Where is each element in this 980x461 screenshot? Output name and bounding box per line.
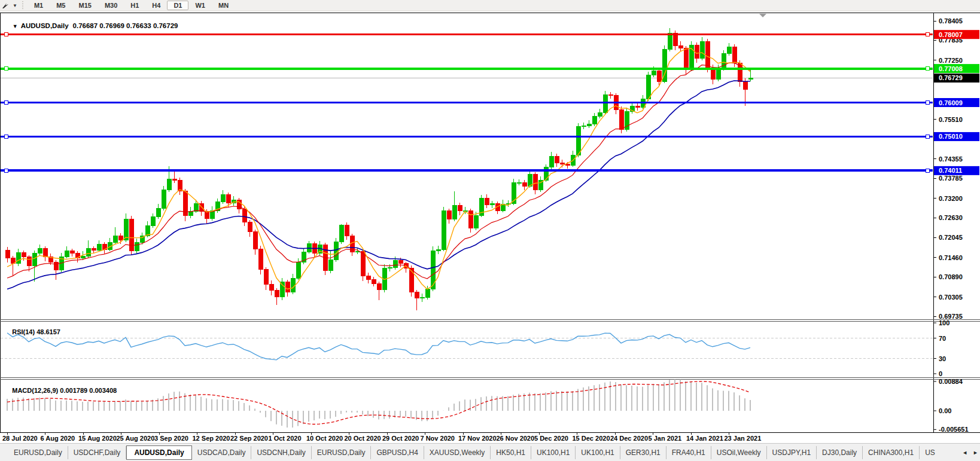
svg-text:0.71460: 0.71460 [939, 254, 963, 261]
svg-text:0: 0 [939, 370, 942, 377]
trading-platform-window: ▼ M1M5M15M30H1H4D1W1MN 0.784050.778350.7… [0, 0, 980, 461]
svg-text:0.73785: 0.73785 [939, 175, 963, 182]
svg-text:5 Dec 2020: 5 Dec 2020 [534, 435, 568, 442]
symbol-tab-audusd-daily[interactable]: AUDUSD,Daily [126, 445, 191, 460]
chart-title-caret-icon: ▼ [13, 23, 18, 29]
macd-label: MACD(12,26,9) 0.001789 0.003408 [5, 380, 117, 401]
svg-text:23 Jan 2021: 23 Jan 2021 [725, 435, 762, 442]
svg-text:25 Aug 2020: 25 Aug 2020 [117, 435, 155, 442]
svg-text:5 Jan 2021: 5 Jan 2021 [649, 435, 682, 442]
symbol-tab-usdchf-daily[interactable]: USDCHF,Daily [68, 446, 127, 459]
svg-text:0.74011: 0.74011 [939, 167, 962, 174]
svg-text:15 Aug 2020: 15 Aug 2020 [78, 435, 117, 442]
symbol-tabs: EURUSD,DailyUSDCHF,DailyAUDUSD,DailyUSDC… [0, 445, 941, 460]
svg-text:28 Jul 2020: 28 Jul 2020 [2, 435, 38, 442]
chart-symbol-period: AUDUSD,Daily [21, 22, 69, 29]
svg-text:24 Dec 2020: 24 Dec 2020 [610, 435, 648, 442]
svg-text:17 Nov 2020: 17 Nov 2020 [458, 435, 497, 442]
symbol-tab-china300-h1[interactable]: CHINA300,H1 [863, 446, 920, 459]
svg-text:0.75510: 0.75510 [939, 116, 963, 123]
symbol-tab-fra40-h1[interactable]: FRA40,H1 [666, 446, 711, 459]
svg-text:6 Aug 2020: 6 Aug 2020 [41, 435, 75, 442]
rsi-name: RSI(14) [12, 328, 35, 335]
hline-handle [4, 101, 8, 105]
symbol-tab-eurusd-daily[interactable]: EURUSD,Daily [8, 446, 68, 459]
svg-text:0.00884: 0.00884 [939, 378, 963, 385]
svg-text:3 Sep 2020: 3 Sep 2020 [154, 435, 188, 442]
svg-text:-0.005651: -0.005651 [939, 426, 969, 433]
ma-fast-line [7, 48, 750, 289]
horizontal-level-lines [1, 33, 933, 173]
macd-main-value: 0.001789 [60, 387, 87, 394]
svg-text:0.76729: 0.76729 [939, 74, 963, 81]
hline-handle [4, 135, 8, 138]
svg-text:0.00: 0.00 [939, 407, 951, 414]
symbol-tab-dj30-daily[interactable]: DJ30,Daily [817, 446, 863, 459]
rsi-label: RSI(14) 48.6157 [5, 321, 60, 343]
svg-text:30: 30 [939, 355, 946, 362]
symbol-tab-eurusd-daily[interactable]: EURUSD,Daily [312, 446, 372, 459]
candlesticks[interactable] [5, 28, 753, 310]
svg-text:0.77250: 0.77250 [939, 57, 963, 64]
svg-text:100: 100 [939, 319, 949, 326]
symbol-tab-ger30-h1[interactable]: GER30,H1 [620, 446, 666, 459]
chart-frame [0, 13, 980, 433]
chart-ohlc-values: 0.76687 0.76969 0.76633 0.76729 [73, 22, 178, 29]
svg-text:0.78405: 0.78405 [939, 17, 963, 25]
rsi-panel [1, 333, 933, 360]
hline-handle [4, 67, 8, 71]
svg-text:14 Jan 2021: 14 Jan 2021 [686, 435, 723, 442]
svg-text:15 Dec 2020: 15 Dec 2020 [573, 435, 610, 442]
svg-text:0.74355: 0.74355 [939, 155, 963, 163]
hline-handle [926, 135, 929, 138]
symbol-tab-bar: EURUSD,DailyUSDCHF,DailyAUDUSD,DailyUSDC… [0, 443, 980, 461]
svg-text:0.77008: 0.77008 [939, 65, 963, 72]
symbol-tab-usdcnh-daily[interactable]: USDCNH,Daily [251, 446, 311, 459]
symbol-tab-uk100-h1[interactable]: UK100,H1 [531, 446, 576, 459]
svg-text:0.70305: 0.70305 [939, 294, 963, 301]
svg-text:26 Nov 2020: 26 Nov 2020 [497, 435, 535, 442]
symbol-tab-usoil-weekly[interactable]: USOil,Weekly [711, 446, 767, 459]
tab-scroll-left-icon[interactable]: ◄ [962, 450, 967, 456]
hline-handle [4, 169, 8, 172]
macd-panel [7, 379, 750, 428]
svg-text:0.72045: 0.72045 [939, 234, 963, 241]
symbol-tab-usdcad-daily[interactable]: USDCAD,Daily [192, 446, 252, 459]
symbol-tab-us[interactable]: US [920, 446, 941, 459]
svg-text:22 Sep 2020: 22 Sep 2020 [230, 435, 268, 442]
chart-shift-marker-icon[interactable] [759, 14, 766, 17]
svg-text:0.76009: 0.76009 [939, 99, 963, 106]
hline-handle [926, 169, 929, 172]
svg-text:0.78007: 0.78007 [939, 31, 963, 38]
svg-text:20 Oct 2020: 20 Oct 2020 [345, 435, 381, 442]
macd-signal-value: 0.003408 [89, 387, 117, 394]
svg-text:0.73200: 0.73200 [939, 195, 963, 202]
chart-title: ▼AUDUSD,Daily0.76687 0.76969 0.76633 0.7… [5, 15, 178, 36]
symbol-tab-xauusd-weekly[interactable]: XAUUSD,Weekly [424, 446, 491, 459]
tab-scroll-right-icon[interactable]: ► [973, 450, 978, 456]
hline-handle [926, 101, 929, 105]
svg-text:70: 70 [939, 335, 946, 342]
date-axis: 28 Jul 20206 Aug 202015 Aug 202025 Aug 2… [2, 432, 761, 442]
moving-averages [7, 48, 750, 289]
svg-text:1 Oct 2020: 1 Oct 2020 [269, 435, 302, 442]
rsi-line [7, 333, 750, 360]
svg-text:7 Nov 2020: 7 Nov 2020 [421, 435, 455, 442]
symbol-tab-uk100-h1[interactable]: UK100,H1 [576, 446, 620, 459]
symbol-tab-usdjpy-h1[interactable]: USDJPY,H1 [767, 446, 817, 459]
svg-text:29 Oct 2020: 29 Oct 2020 [382, 435, 419, 442]
symbol-tab-hk50-h1[interactable]: HK50,H1 [491, 446, 531, 459]
svg-text:10 Oct 2020: 10 Oct 2020 [306, 435, 343, 442]
svg-text:0.72630: 0.72630 [939, 214, 963, 221]
hline-handle [926, 33, 929, 36]
chart-canvas[interactable]: 0.784050.778350.772500.755100.743550.737… [0, 0, 980, 461]
tab-scroll-arrows: ◄ ► [958, 444, 978, 461]
hline-handle [926, 67, 929, 71]
rsi-value: 48.6157 [36, 328, 60, 335]
macd-name: MACD(12,26,9) [12, 387, 58, 394]
svg-text:0.75010: 0.75010 [939, 133, 963, 140]
svg-text:0.70890: 0.70890 [939, 273, 963, 280]
symbol-tab-gbpusd-h4[interactable]: GBPUSD,H4 [371, 446, 424, 459]
svg-text:12 Sep 2020: 12 Sep 2020 [193, 435, 230, 442]
price-axis: 0.784050.778350.772500.755100.743550.737… [933, 17, 979, 433]
